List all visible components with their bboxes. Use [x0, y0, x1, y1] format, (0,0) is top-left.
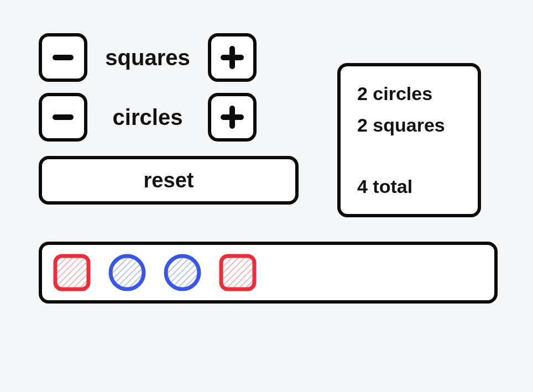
- minus-icon: [52, 106, 74, 128]
- summary-total: 4 total: [357, 176, 461, 197]
- square-shape: [218, 253, 258, 292]
- square-shape: [52, 253, 92, 292]
- svg-rect-13: [221, 256, 254, 289]
- squares-plus-button[interactable]: [208, 33, 257, 82]
- squares-label: squares: [101, 45, 195, 70]
- shapes-bar: [39, 242, 498, 304]
- plus-icon: [220, 45, 244, 70]
- circle-shape: [163, 253, 202, 292]
- circle-shape: [107, 253, 147, 292]
- squares-stepper: squares: [39, 33, 299, 82]
- summary-squares: 2 squares: [357, 114, 461, 136]
- reset-label: reset: [144, 169, 194, 192]
- circles-plus-button[interactable]: [208, 93, 257, 142]
- svg-rect-7: [55, 256, 88, 289]
- circles-minus-button[interactable]: [39, 93, 87, 142]
- plus-icon: [220, 105, 244, 129]
- reset-button[interactable]: reset: [39, 156, 299, 205]
- circles-label: circles: [101, 105, 195, 130]
- svg-point-9: [111, 256, 144, 289]
- summary-circles: 2 circles: [357, 83, 461, 104]
- svg-point-11: [166, 256, 199, 289]
- minus-icon: [52, 46, 74, 69]
- controls-column: squares circles: [39, 33, 299, 205]
- summary-panel: 2 circles 2 squares 4 total: [337, 63, 481, 217]
- squares-minus-button[interactable]: [39, 33, 87, 82]
- circles-stepper: circles: [39, 93, 299, 142]
